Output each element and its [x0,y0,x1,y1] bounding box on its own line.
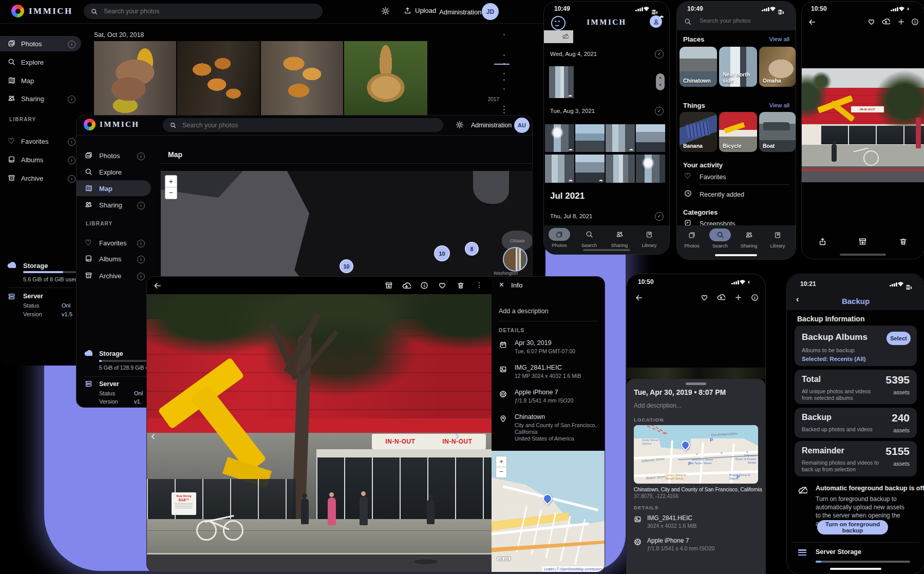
photo-thumbnail[interactable] [606,155,635,183]
photo-thumbnail[interactable] [177,41,260,116]
photo-thumbnail[interactable]: ☁ [549,66,574,98]
map-cluster-marker[interactable]: 10 [434,245,450,261]
nav-tab-sharing[interactable]: Sharing [738,228,760,248]
favorite-heart-icon[interactable] [701,294,708,301]
map-zoom-in-button[interactable]: + [496,456,507,467]
view-all-link[interactable]: View all [769,36,789,42]
count-info-icon[interactable]: i [137,273,145,280]
map-cluster-marker[interactable]: 10 [340,259,353,273]
user-avatar[interactable]: JD [482,3,499,20]
thing-card[interactable]: Boat [759,112,796,152]
nav-tab-photos[interactable]: Photos [549,228,570,248]
map-zoom-in-button[interactable]: + [165,175,177,187]
count-info-icon[interactable]: i [68,138,76,146]
asset-photo[interactable]: IN-N-OUT IN-N-OUT Now Hiring $18⁷⁵ [147,294,492,572]
photo-thumbnail[interactable]: ☁ [545,124,574,152]
photo-thumbnail[interactable] [344,41,427,116]
sidebar-item-albums[interactable]: Albums [21,156,43,164]
sidebar-item-archive[interactable]: Archive [99,272,121,280]
archive-box-icon[interactable] [385,281,393,290]
asset-photo[interactable]: IN-N-OUT [802,68,924,182]
search-input[interactable] [181,121,409,129]
location-map[interactable]: ✕ ✕ ✕ The Embarcadero Hyde Street Harbor… [634,425,758,484]
administration-link[interactable]: Administration [439,8,481,16]
theme-toggle-sun-icon[interactable] [381,7,390,15]
activity-favorites[interactable]: Favorites [700,174,726,181]
count-info-icon[interactable]: i [137,202,145,209]
description-placeholder[interactable]: Add description... [634,402,682,409]
activity-recently-added[interactable]: Recently added [700,191,744,198]
count-info-icon[interactable]: i [68,175,76,183]
sidebar-item-map[interactable]: Map [21,77,34,85]
photo-thumbnail-partial[interactable] [544,30,573,43]
next-asset-chevron[interactable]: › [455,429,459,443]
detail-sheet[interactable]: Tue, Apr 30, 2019 • 8:07 PM Add descript… [627,379,765,574]
search-bar[interactable] [84,4,323,19]
thing-card[interactable]: Bicycle [719,112,757,152]
sidebar-item-favorites[interactable]: Favorites [21,138,48,145]
place-card[interactable]: Chinatown [680,47,717,87]
select-all-check-icon[interactable]: ✓ [655,212,664,221]
prev-asset-chevron[interactable]: ‹ [151,429,155,443]
sheet-drag-handle[interactable] [686,382,706,385]
nav-tab-photos[interactable]: Photos [681,228,703,248]
search-input[interactable] [103,7,295,15]
sidebar-item-explore[interactable]: Explore [21,59,44,66]
administration-link[interactable]: Administration [471,122,512,129]
info-icon[interactable] [420,281,428,290]
archive-box-icon[interactable] [858,237,867,246]
back-icon[interactable] [153,281,162,290]
delete-trash-icon[interactable] [457,281,465,290]
view-all-link[interactable]: View all [769,102,789,108]
nav-tab-sharing[interactable]: Sharing [609,228,630,248]
count-info-icon[interactable]: i [137,152,145,160]
photo-thumbnail[interactable] [261,41,343,116]
count-info-icon[interactable]: i [68,95,76,103]
more-kebab-icon[interactable]: ⋮ [476,281,483,289]
sidebar-item-archive[interactable]: Archive [21,175,43,182]
sidebar-item-albums[interactable]: Albums [99,255,121,263]
sidebar-item-explore[interactable]: Explore [99,168,122,176]
location-map[interactable]: US 101 + − Leaflet | © OpenStreetMap con… [492,451,605,572]
favorite-heart-icon[interactable] [868,18,875,26]
search-input[interactable] [699,17,783,24]
theme-toggle-sun-icon[interactable] [456,121,464,129]
info-icon[interactable] [911,18,919,26]
app-logo[interactable]: IMMICH [11,5,73,17]
info-icon[interactable] [751,294,759,301]
download-cloud-icon[interactable] [402,281,411,290]
scrubber-handle[interactable]: ▲▼ [656,73,665,90]
upload-button[interactable]: Upload [404,7,436,14]
back-icon[interactable] [808,18,816,26]
favorite-heart-icon[interactable] [438,281,446,290]
map-cluster-marker[interactable]: 8 [465,242,479,256]
place-card[interactable]: Omaha [759,47,796,87]
select-all-check-icon[interactable]: ✓ [655,50,664,59]
photo-thumbnail[interactable] [575,124,605,152]
count-info-icon[interactable]: i [68,157,76,164]
nav-tab-library[interactable]: Library [638,228,660,248]
nav-tab-search[interactable]: Search [578,228,600,248]
delete-trash-icon[interactable] [899,237,908,246]
photo-thumbnail[interactable] [636,155,665,183]
sidebar-item-sharing[interactable]: Sharing [99,201,122,209]
sidebar-item-sharing[interactable]: Sharing [21,95,44,103]
close-icon[interactable]: ✕ [499,281,504,289]
upload-cloud-icon[interactable] [882,17,890,26]
search-bar[interactable] [163,118,443,132]
count-info-icon[interactable]: i [137,256,145,263]
place-card[interactable]: Near north side [719,47,757,87]
share-icon[interactable] [818,237,827,246]
upload-cloud-icon[interactable] [717,293,725,301]
thing-card[interactable]: Banana [680,112,717,152]
add-plus-icon[interactable] [734,294,742,301]
photo-thumbnail[interactable]: ☁ [606,124,635,152]
asset-photo-edge[interactable] [627,368,765,379]
photo-thumbnail[interactable] [94,41,176,116]
add-plus-icon[interactable] [897,18,905,26]
back-icon[interactable] [635,294,643,302]
select-all-check-icon[interactable]: ✓ [655,107,664,116]
photo-thumbnail[interactable] [636,124,665,152]
description-placeholder[interactable]: Add a description [499,308,549,315]
sidebar-item-photos[interactable]: Photos [99,152,120,160]
